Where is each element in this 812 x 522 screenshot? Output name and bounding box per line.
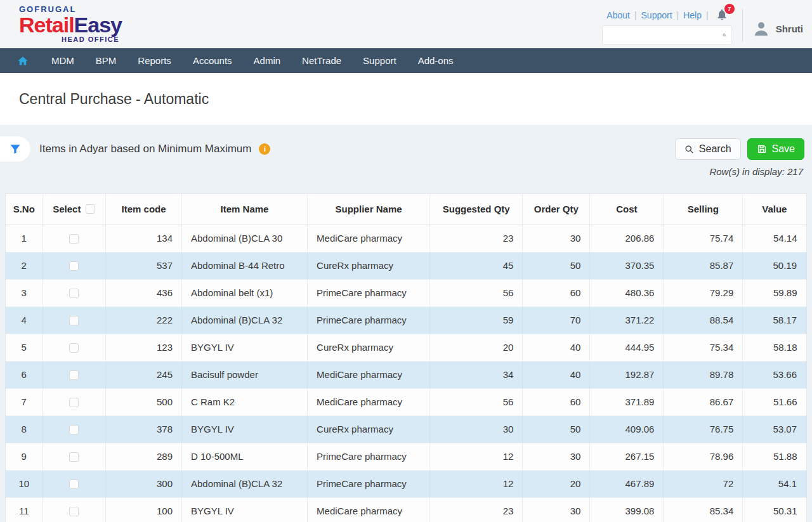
cell-order-qty: 40	[523, 334, 590, 361]
row-select-checkbox[interactable]	[69, 234, 79, 244]
home-icon	[16, 55, 29, 67]
header-search-input[interactable]	[608, 30, 723, 41]
cell-item-name: BYGYL IV	[182, 497, 308, 522]
search-button-label: Search	[699, 143, 731, 155]
search-icon	[684, 145, 694, 154]
cell-suggested-qty: 56	[430, 279, 523, 306]
nav-home-button[interactable]	[10, 55, 41, 67]
link-separator: |	[677, 10, 679, 20]
cell-suggested-qty: 23	[430, 497, 523, 522]
nav-item-accounts[interactable]: Accounts	[182, 48, 243, 73]
filter-actions: Search Save	[675, 138, 812, 160]
notifications-button[interactable]: 7	[716, 8, 732, 23]
col-header-selling: Selling	[664, 194, 743, 225]
nav-item-admin[interactable]: Admin	[243, 48, 292, 73]
cell-sno: 10	[6, 470, 43, 497]
nav-item-nettrade[interactable]: NetTrade	[291, 48, 352, 73]
cell-cost: 409.06	[590, 415, 664, 443]
cell-selling: 78.96	[664, 443, 743, 470]
col-header-order-qty: Order Qty	[523, 194, 590, 225]
info-icon[interactable]: i	[259, 143, 270, 155]
cell-item-code: 245	[106, 361, 182, 388]
cell-suggested-qty: 12	[430, 470, 523, 497]
cell-value: 59.89	[743, 279, 806, 306]
user-menu[interactable]: Shruti	[752, 19, 803, 38]
cell-select	[43, 306, 106, 334]
cell-order-qty: 60	[523, 388, 590, 415]
search-button[interactable]: Search	[675, 138, 741, 160]
content-area: Items in Adyar based on Minimum Maximum …	[0, 125, 812, 522]
cell-selling: 88.54	[664, 306, 743, 334]
support-link[interactable]: Support	[641, 10, 672, 20]
filter-pill-button[interactable]	[0, 136, 30, 162]
nav-item-bpm[interactable]: BPM	[85, 48, 128, 73]
cell-sno: 11	[6, 497, 43, 522]
cell-item-name: Abdominal (B)CLA 32	[182, 470, 308, 497]
cell-order-qty: 20	[523, 470, 590, 497]
row-select-checkbox[interactable]	[69, 343, 79, 353]
cell-select	[43, 415, 106, 443]
cell-order-qty: 30	[523, 225, 590, 252]
nav-item-support[interactable]: Support	[352, 48, 407, 73]
cell-select	[43, 443, 106, 470]
cell-select	[43, 279, 106, 306]
row-select-checkbox[interactable]	[69, 507, 79, 516]
help-link[interactable]: Help	[683, 10, 702, 20]
nav-item-mdm[interactable]: MDM	[41, 48, 85, 73]
row-select-checkbox[interactable]	[69, 316, 79, 325]
row-select-checkbox[interactable]	[69, 289, 79, 298]
row-select-checkbox[interactable]	[69, 425, 79, 434]
logo-retail: Retail	[19, 13, 74, 37]
table-row: 4222Abdominal (B)CLA 32PrimeCare pharmac…	[6, 306, 806, 334]
cell-suggested-qty: 56	[430, 388, 523, 415]
table-row: 11100BYGYL IVMediCare pharmacy2330399.08…	[6, 497, 806, 522]
cell-sno: 7	[6, 388, 43, 415]
table-row: 5123BYGYL IVCureRx pharmacy2040444.9575.…	[6, 334, 806, 361]
col-header-item-code: Item code	[106, 194, 182, 225]
cell-supplier: MediCare pharmacy	[308, 497, 430, 522]
cell-sno: 5	[6, 334, 43, 361]
cell-suggested-qty: 12	[430, 443, 523, 470]
cell-sno: 2	[6, 252, 43, 279]
link-separator: |	[706, 10, 709, 20]
about-link[interactable]: About	[606, 10, 630, 20]
cell-order-qty: 50	[523, 252, 590, 279]
col-header-supplier-name: Supplier Name	[308, 194, 430, 225]
cell-order-qty: 70	[523, 306, 590, 334]
cell-selling: 72	[664, 470, 743, 497]
row-select-checkbox[interactable]	[69, 370, 79, 380]
cell-item-code: 289	[106, 443, 182, 470]
cell-select	[43, 388, 106, 415]
cell-order-qty: 30	[523, 497, 590, 522]
cell-supplier: CureRx pharmacy	[308, 415, 430, 443]
cell-item-code: 134	[106, 225, 182, 252]
cell-value: 51.66	[743, 388, 806, 415]
cell-supplier: CureRx pharmacy	[308, 252, 430, 279]
col-header-sno: S.No	[6, 194, 43, 225]
app-logo[interactable]: GOFRUGAL RetailEasy HEAD OFFICE	[19, 5, 122, 43]
table-row: 7500C Ram K2MediCare pharmacy5660371.898…	[6, 388, 806, 415]
cell-item-code: 222	[106, 306, 182, 334]
save-button[interactable]: Save	[747, 138, 804, 160]
cell-suggested-qty: 34	[430, 361, 523, 388]
row-select-checkbox[interactable]	[69, 261, 79, 271]
nav-item-addons[interactable]: Add-ons	[407, 48, 464, 73]
header-right: About | Support | Help | 7 Shruti	[602, 5, 803, 45]
search-icon[interactable]	[723, 30, 726, 41]
row-select-checkbox[interactable]	[69, 452, 79, 462]
logo-easy: Easy	[74, 13, 122, 37]
cell-selling: 85.87	[664, 252, 743, 279]
col-header-suggested-qty: Suggested Qty	[430, 194, 523, 225]
cell-selling: 76.75	[664, 415, 743, 443]
row-select-checkbox[interactable]	[69, 398, 79, 407]
cell-item-name: Abdominal belt (x1)	[182, 279, 308, 306]
nav-item-reports[interactable]: Reports	[127, 48, 182, 73]
cell-supplier: PrimeCare pharmacy	[308, 306, 430, 334]
cell-selling: 75.74	[664, 225, 743, 252]
select-all-checkbox[interactable]	[86, 204, 95, 214]
filter-bar: Items in Adyar based on Minimum Maximum …	[0, 125, 812, 162]
cell-select	[43, 334, 106, 361]
row-select-checkbox[interactable]	[69, 480, 79, 489]
cell-supplier: PrimeCare pharmacy	[308, 443, 430, 470]
purchase-table: S.No Select Item code Item Name Supplier…	[5, 193, 807, 522]
